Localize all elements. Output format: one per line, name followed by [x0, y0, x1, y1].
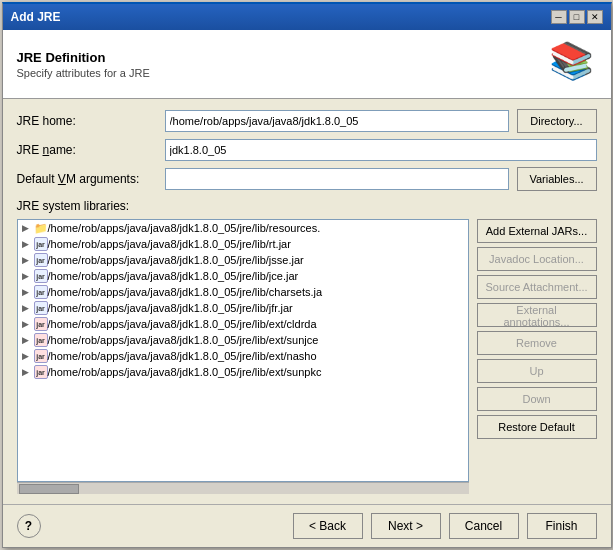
tree-expand-arrow: ▶ — [22, 367, 34, 377]
horizontal-scrollbar[interactable] — [17, 482, 469, 494]
cancel-button[interactable]: Cancel — [449, 513, 519, 539]
up-button[interactable]: Up — [477, 359, 597, 383]
add-external-jars-button[interactable]: Add External JARs... — [477, 219, 597, 243]
jar-icon: jar — [34, 285, 48, 299]
variables-button[interactable]: Variables... — [517, 167, 597, 191]
tree-expand-arrow: ▶ — [22, 255, 34, 265]
javadoc-location-button[interactable]: Javadoc Location... — [477, 247, 597, 271]
jar-icon: jar — [34, 317, 48, 331]
down-button[interactable]: Down — [477, 387, 597, 411]
tree-item[interactable]: ▶jar/home/rob/apps/java/java8/jdk1.8.0_0… — [18, 316, 468, 332]
jre-home-input[interactable] — [165, 110, 509, 132]
jre-name-row: JRE name: — [17, 139, 597, 161]
jar-icon: jar — [34, 365, 48, 379]
tree-expand-arrow: ▶ — [22, 303, 34, 313]
scrollbar-thumb — [19, 484, 79, 494]
tree-expand-arrow: ▶ — [22, 335, 34, 345]
jar-icon: 📁 — [34, 221, 48, 235]
tree-item[interactable]: ▶jar/home/rob/apps/java/java8/jdk1.8.0_0… — [18, 252, 468, 268]
tree-item-label: /home/rob/apps/java/java8/jdk1.8.0_05/jr… — [48, 302, 293, 314]
content-area: JRE home: Directory... JRE name: Default… — [3, 99, 611, 504]
minimize-button[interactable]: ─ — [551, 10, 567, 24]
tree-item[interactable]: ▶jar/home/rob/apps/java/java8/jdk1.8.0_0… — [18, 284, 468, 300]
tree-item-label: /home/rob/apps/java/java8/jdk1.8.0_05/jr… — [48, 254, 304, 266]
libraries-area: ▶📁/home/rob/apps/java/java8/jdk1.8.0_05/… — [17, 219, 597, 494]
footer-right: < Back Next > Cancel Finish — [293, 513, 597, 539]
add-jre-dialog: Add JRE ─ □ ✕ JRE Definition Specify att… — [2, 2, 612, 548]
maximize-button[interactable]: □ — [569, 10, 585, 24]
title-bar: Add JRE ─ □ ✕ — [3, 4, 611, 30]
libraries-tree[interactable]: ▶📁/home/rob/apps/java/java8/jdk1.8.0_05/… — [17, 219, 469, 482]
jre-name-input[interactable] — [165, 139, 597, 161]
tree-item[interactable]: ▶jar/home/rob/apps/java/java8/jdk1.8.0_0… — [18, 300, 468, 316]
jar-icon: jar — [34, 301, 48, 315]
tree-expand-arrow: ▶ — [22, 287, 34, 297]
header-title: JRE Definition — [17, 50, 150, 65]
header-panel: JRE Definition Specify attributes for a … — [3, 30, 611, 99]
tree-item-label: /home/rob/apps/java/java8/jdk1.8.0_05/jr… — [48, 270, 299, 282]
tree-expand-arrow: ▶ — [22, 239, 34, 249]
tree-expand-arrow: ▶ — [22, 271, 34, 281]
back-button[interactable]: < Back — [293, 513, 363, 539]
tree-item-label: /home/rob/apps/java/java8/jdk1.8.0_05/jr… — [48, 334, 319, 346]
restore-default-button[interactable]: Restore Default — [477, 415, 597, 439]
tree-item[interactable]: ▶jar/home/rob/apps/java/java8/jdk1.8.0_0… — [18, 268, 468, 284]
side-buttons-panel: Add External JARs... Javadoc Location...… — [477, 219, 597, 494]
jar-icon: jar — [34, 349, 48, 363]
tree-item-label: /home/rob/apps/java/java8/jdk1.8.0_05/jr… — [48, 366, 322, 378]
help-button[interactable]: ? — [17, 514, 41, 538]
remove-button[interactable]: Remove — [477, 331, 597, 355]
tree-expand-arrow: ▶ — [22, 223, 34, 233]
jar-icon: jar — [34, 237, 48, 251]
tree-item[interactable]: ▶jar/home/rob/apps/java/java8/jdk1.8.0_0… — [18, 236, 468, 252]
tree-item-label: /home/rob/apps/java/java8/jdk1.8.0_05/jr… — [48, 238, 291, 250]
directory-button[interactable]: Directory... — [517, 109, 597, 133]
tree-item-label: /home/rob/apps/java/java8/jdk1.8.0_05/jr… — [48, 286, 323, 298]
tree-expand-arrow: ▶ — [22, 351, 34, 361]
tree-item[interactable]: ▶jar/home/rob/apps/java/java8/jdk1.8.0_0… — [18, 332, 468, 348]
tree-item-label: /home/rob/apps/java/java8/jdk1.8.0_05/jr… — [48, 350, 317, 362]
close-button[interactable]: ✕ — [587, 10, 603, 24]
tree-item[interactable]: ▶jar/home/rob/apps/java/java8/jdk1.8.0_0… — [18, 364, 468, 380]
jar-icon: jar — [34, 269, 48, 283]
footer-left: ? — [17, 514, 41, 538]
tree-item-label: /home/rob/apps/java/java8/jdk1.8.0_05/jr… — [48, 318, 317, 330]
finish-button[interactable]: Finish — [527, 513, 597, 539]
jar-icon: jar — [34, 333, 48, 347]
books-icon: 📚 — [549, 40, 594, 81]
jre-home-label: JRE home: — [17, 114, 157, 128]
tree-item[interactable]: ▶📁/home/rob/apps/java/java8/jdk1.8.0_05/… — [18, 220, 468, 236]
libraries-label: JRE system libraries: — [17, 199, 597, 213]
tree-item-label: /home/rob/apps/java/java8/jdk1.8.0_05/jr… — [48, 222, 321, 234]
header-icon: 📚 — [549, 40, 597, 88]
window-controls: ─ □ ✕ — [551, 10, 603, 24]
source-attachment-button[interactable]: Source Attachment... — [477, 275, 597, 299]
default-vm-input[interactable] — [165, 168, 509, 190]
default-vm-row: Default VM arguments: Variables... — [17, 167, 597, 191]
jre-home-row: JRE home: Directory... — [17, 109, 597, 133]
external-annotations-button[interactable]: External annotations... — [477, 303, 597, 327]
window-title: Add JRE — [11, 10, 61, 24]
next-button[interactable]: Next > — [371, 513, 441, 539]
tree-expand-arrow: ▶ — [22, 319, 34, 329]
tree-item[interactable]: ▶jar/home/rob/apps/java/java8/jdk1.8.0_0… — [18, 348, 468, 364]
default-vm-label: Default VM arguments: — [17, 172, 157, 186]
jar-icon: jar — [34, 253, 48, 267]
jre-name-label: JRE name: — [17, 143, 157, 157]
footer-buttons: ? < Back Next > Cancel Finish — [3, 504, 611, 547]
header-text: JRE Definition Specify attributes for a … — [17, 50, 150, 79]
header-subtitle: Specify attributes for a JRE — [17, 67, 150, 79]
